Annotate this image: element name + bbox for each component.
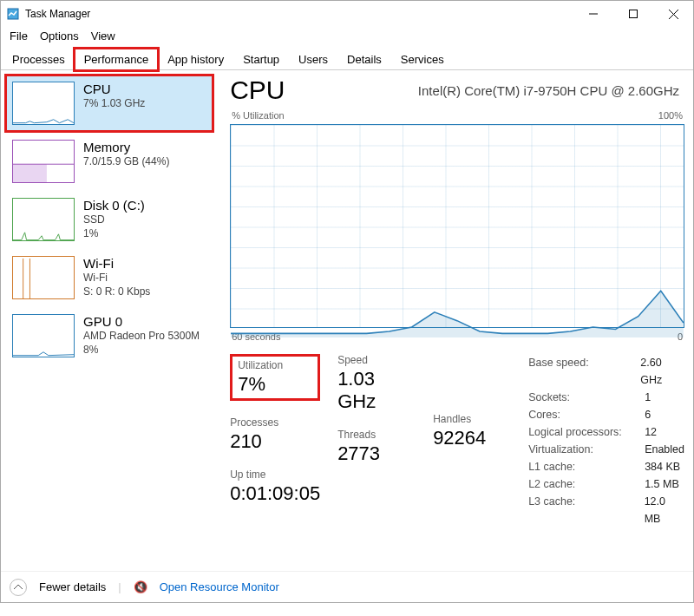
svg-rect-5 [13,164,47,182]
spec-row: Sockets:1 [528,389,684,406]
sidebar-item-label: CPU [83,82,145,96]
stat-utilization: Utilization 7% [230,354,320,401]
spec-table: Base speed:2.60 GHzSockets:1Cores:6Logic… [528,354,684,528]
sidebar-item-label: Wi-Fi [83,256,150,271]
open-resource-monitor-link[interactable]: Open Resource Monitor [160,580,279,593]
window-controls [573,1,693,27]
stat-handles: Handles 92264 [433,413,511,449]
menu-bar: File Options View [1,27,693,44]
svg-marker-9 [231,291,684,337]
close-button[interactable] [653,1,693,27]
sidebar-item-sub: 7.0/15.9 GB (44%) [83,154,169,168]
disk-thumb-icon [12,198,75,241]
memory-thumb-icon [12,140,75,183]
menu-view[interactable]: View [86,29,121,43]
sidebar-item-sub: Wi-Fi S: 0 R: 0 Kbps [83,271,150,298]
main-header: CPU Intel(R) Core(TM) i7-9750H CPU @ 2.6… [230,75,684,105]
menu-options[interactable]: Options [35,29,84,43]
monitor-icon: 🔇 [134,580,147,593]
sidebar-item-disk[interactable]: Disk 0 (C:) SSD 1% [6,192,213,247]
app-icon [6,7,20,21]
spec-row: Virtualization:Enabled [528,441,684,458]
tab-performance[interactable]: Performance [75,49,158,70]
stat-speed: Speed 1.03 GHz [337,354,416,413]
spec-row: Cores:6 [528,406,684,423]
stat-uptime: Up time 0:01:09:05 [230,469,320,505]
sidebar-item-label: GPU 0 [83,314,200,329]
tab-services[interactable]: Services [391,49,454,70]
spec-row: Base speed:2.60 GHz [528,354,684,389]
svg-rect-2 [630,10,638,18]
spec-row: L3 cache:12.0 MB [528,493,684,528]
sidebar-item-memory[interactable]: Memory 7.0/15.9 GB (44%) [6,134,213,189]
sidebar-item-sub: 7% 1.03 GHz [83,96,145,110]
axis-label-tl: % Utilization [232,110,285,121]
sidebar-item-sub: SSD 1% [83,213,145,240]
wifi-thumb-icon [12,256,75,299]
axis-label-tr: 100% [658,110,683,121]
page-title: CPU [230,75,285,105]
cpu-utilization-chart[interactable] [230,124,684,328]
window-title: Task Manager [25,8,90,20]
maximize-button[interactable] [613,1,653,27]
gpu-thumb-icon [12,314,75,357]
body: CPU 7% 1.03 GHz Memory 7.0/15.9 GB (44%) [1,70,693,571]
fewer-details-button[interactable]: Fewer details [39,580,106,593]
sidebar: CPU 7% 1.03 GHz Memory 7.0/15.9 GB (44%) [1,70,218,571]
spec-row: Logical processors:12 [528,423,684,441]
minimize-button[interactable] [573,1,613,27]
stats-area: Utilization 7% Processes 210 Up time 0:0… [230,354,684,528]
menu-file[interactable]: File [4,29,33,43]
sidebar-item-sub: AMD Radeon Pro 5300M 8% [83,329,200,357]
cpu-thumb-icon [12,82,75,125]
stat-processes: Processes 210 [230,416,320,453]
sidebar-item-label: Disk 0 (C:) [83,198,145,213]
spec-row: L2 cache:1.5 MB [528,475,684,493]
tab-details[interactable]: Details [337,49,391,70]
title-bar: Task Manager [1,1,693,27]
main-panel: CPU Intel(R) Core(TM) i7-9750H CPU @ 2.6… [218,70,693,571]
sidebar-item-label: Memory [83,140,169,154]
tab-app-history[interactable]: App history [158,49,233,70]
tab-processes[interactable]: Processes [3,49,75,70]
spec-row: L1 cache:384 KB [528,458,684,475]
chevron-up-icon[interactable] [10,579,27,596]
tab-startup[interactable]: Startup [233,49,289,70]
tab-users[interactable]: Users [289,49,337,70]
sidebar-item-gpu[interactable]: GPU 0 AMD Radeon Pro 5300M 8% [6,308,213,364]
cpu-model: Intel(R) Core(TM) i7-9750H CPU @ 2.60GHz [418,83,679,98]
task-manager-window: Task Manager File Options View Processes… [0,0,694,603]
sidebar-item-wifi[interactable]: Wi-Fi Wi-Fi S: 0 R: 0 Kbps [6,250,213,305]
footer-bar: Fewer details | 🔇 Open Resource Monitor [1,571,693,602]
tab-strip: Processes Performance App history Startu… [1,46,693,70]
stat-threads: Threads 2773 [337,429,416,465]
sidebar-item-cpu[interactable]: CPU 7% 1.03 GHz [6,75,213,131]
